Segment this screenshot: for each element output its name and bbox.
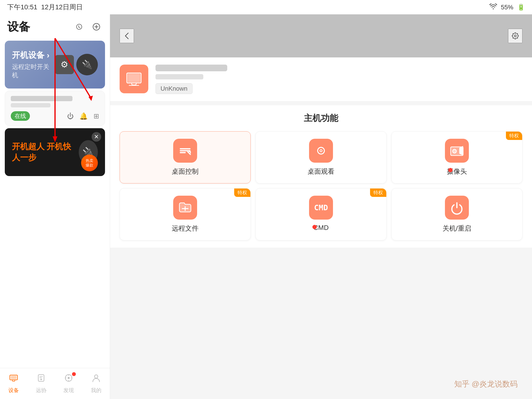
tab-bar: 设备 远协: [0, 368, 110, 399]
hot-badge: 热卖 爆款: [81, 155, 98, 171]
watermark: 知乎 @炎龙说数码: [454, 379, 518, 389]
func-desktop-control[interactable]: 桌面控制: [120, 131, 251, 184]
tab-profile-label: 我的: [91, 387, 101, 394]
svg-point-13: [512, 33, 518, 39]
svg-point-18: [320, 150, 322, 152]
desktop-watch-icon: [309, 139, 333, 163]
power-icon-box: [445, 196, 469, 220]
remote-file-icon: [173, 196, 197, 220]
device-info-section: UnKnown: [110, 57, 532, 101]
svg-point-21: [453, 149, 456, 153]
power-icon[interactable]: ⏻: [67, 112, 74, 120]
device-name-placeholder: [11, 96, 72, 101]
banner-subtitle: 远程定时开关机: [12, 63, 55, 79]
left-header-icons: [73, 21, 103, 33]
status-time-date: 下午10:51 12月12日周日: [7, 3, 83, 12]
func-power[interactable]: 关机/重启: [391, 188, 522, 241]
promo-banner[interactable]: 开机超人 开机快人一步 ✕ 🔌 热卖 爆款: [5, 128, 105, 176]
banner-title: 开机设备 ›: [12, 50, 55, 61]
privilege-badge-camera: 特权: [506, 132, 522, 140]
online-badge: 在线: [11, 111, 30, 121]
func-remote-file[interactable]: 特权 远程文件: [120, 188, 251, 241]
promo-close-button[interactable]: ✕: [92, 132, 101, 142]
device-info-text: UnKnown: [155, 65, 522, 94]
func-desktop-control-label: 桌面控制: [172, 167, 199, 176]
device-icon-box: [120, 65, 148, 93]
camera-icon: [445, 139, 469, 163]
unknown-badge: UnKnown: [155, 83, 193, 94]
left-header: 设备: [0, 14, 110, 38]
tab-profile[interactable]: 我的: [91, 373, 101, 394]
function-section-title: 主机功能: [120, 112, 522, 124]
device-sub-bar: [155, 74, 203, 79]
tab-remote[interactable]: 远协: [36, 373, 46, 394]
tab-discover[interactable]: 发现: [63, 373, 74, 394]
tab-discover-label: 发现: [63, 387, 74, 394]
func-remote-file-label: 远程文件: [172, 224, 199, 233]
camera-dot: [448, 168, 453, 172]
privilege-badge-cmd: 特权: [370, 189, 386, 197]
battery-label: 55%: [501, 4, 513, 11]
profile-tab-icon: [91, 373, 101, 385]
svg-point-12: [514, 35, 516, 37]
discover-tab-badge: [72, 372, 76, 376]
device-name-bar: [155, 65, 227, 71]
function-section: 主机功能 桌面控制: [110, 105, 532, 247]
settings-button[interactable]: [508, 29, 522, 43]
func-camera[interactable]: 特权 摄像头: [391, 131, 522, 184]
func-desktop-watch-label: 桌面观看: [308, 167, 334, 176]
svg-point-10: [68, 377, 70, 379]
device-img-socket: 🔌: [76, 54, 98, 75]
cmd-icon: CMD: [309, 196, 333, 220]
devices-tab-icon: [9, 373, 19, 385]
right-panel: UnKnown 主机功能 桌面控制: [110, 14, 532, 399]
func-power-label: 关机/重启: [443, 224, 471, 233]
back-button[interactable]: [120, 29, 134, 43]
promo-bold-text: 开机超人: [12, 142, 44, 151]
history-button[interactable]: [73, 21, 85, 33]
remote-tab-icon: [36, 373, 46, 385]
function-grid: 桌面控制 桌面观看: [120, 131, 522, 241]
privilege-badge-file: 特权: [234, 189, 250, 197]
banner-card[interactable]: 开机设备 › 远程定时开关机 🔌: [5, 41, 105, 89]
func-cmd[interactable]: 特权 CMD CMD: [255, 188, 386, 241]
left-panel-title: 设备: [7, 19, 30, 34]
wifi-icon: [489, 4, 497, 11]
cmd-dot: [312, 225, 317, 229]
tab-devices-label: 设备: [8, 387, 19, 394]
tab-remote-label: 远协: [36, 387, 46, 394]
battery-icon: 🔋: [517, 4, 525, 11]
device-action-icons: ⏻ 🔔 ⊞: [67, 112, 99, 120]
right-card: UnKnown 主机功能 桌面控制: [110, 57, 532, 399]
svg-point-11: [95, 375, 98, 378]
left-panel: 设备 开机设备 › 远程定: [0, 14, 110, 399]
func-desktop-watch[interactable]: 桌面观看: [255, 131, 386, 184]
svg-point-8: [40, 379, 42, 380]
device-list-item[interactable]: 在线 ⏻ 🔔 ⊞: [5, 91, 105, 126]
tab-devices[interactable]: 设备: [8, 373, 19, 394]
status-bar: 下午10:51 12月12日周日 55% 🔋: [0, 0, 532, 14]
device-img-gear: [55, 55, 74, 74]
add-device-button[interactable]: [90, 21, 103, 33]
windows-icon[interactable]: ⊞: [94, 112, 99, 120]
desktop-control-icon: [173, 139, 197, 163]
svg-rect-6: [11, 376, 17, 379]
bell-icon[interactable]: 🔔: [79, 112, 88, 120]
device-sub-placeholder: [11, 103, 51, 108]
status-right-icons: 55% 🔋: [489, 4, 525, 11]
svg-rect-15: [128, 74, 140, 82]
right-top-area: [110, 14, 532, 57]
